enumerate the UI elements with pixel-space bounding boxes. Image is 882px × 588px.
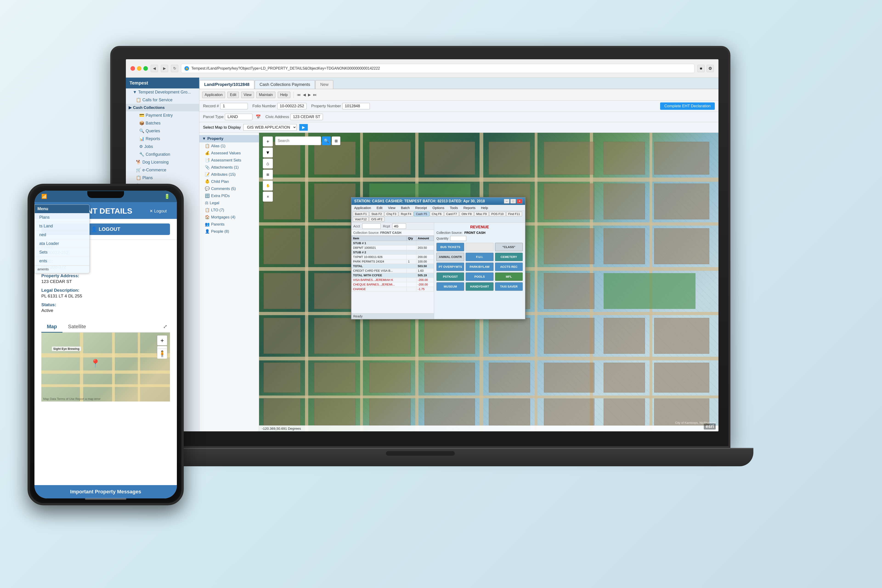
tab-land-property[interactable]: Land/Property/1012848 <box>200 80 254 89</box>
mfl-btn[interactable]: MFL <box>495 272 523 281</box>
cemetery-btn[interactable]: CEMETERY <box>495 253 523 261</box>
tree-item-lto[interactable]: 📋 LTO (7) <box>200 207 259 214</box>
phone-map-person-btn[interactable]: 🧍 <box>157 349 167 359</box>
accts-rec-btn[interactable]: ACCTS REC <box>495 262 523 271</box>
modal-menu-options[interactable]: Options <box>430 205 447 211</box>
tree-item-assessment-sets[interactable]: 📑 Assessment Sets <box>200 157 259 164</box>
modal-menu-batch[interactable]: Batch <box>398 205 412 211</box>
minimize-window-btn[interactable] <box>137 66 141 71</box>
phone-map-tab-map[interactable]: Map <box>41 321 63 333</box>
modal-menu-tools[interactable]: Tools <box>447 205 460 211</box>
phone-map-zoom-in[interactable]: + <box>157 335 167 345</box>
bus-tickets-btn[interactable]: BUS TICKETS <box>436 243 464 251</box>
phone-sidebar-ents[interactable]: ents <box>34 257 89 266</box>
modal-minimize-btn[interactable]: ─ <box>504 199 510 204</box>
phone-sidebar-plans[interactable]: Plans <box>34 213 89 222</box>
sidebar-item-cash[interactable]: ▶ Cash Collections <box>126 104 199 111</box>
card-f7-btn[interactable]: Card F7 <box>444 212 459 216</box>
misc-f9-btn[interactable]: Misc F9 <box>474 212 489 216</box>
chq-f3-btn[interactable]: Chq F3 <box>384 212 399 216</box>
bookmark-icon[interactable]: ★ <box>698 65 705 72</box>
table-row-dbpmt[interactable]: DBPMT 1000021203.50 <box>352 246 434 250</box>
settings-icon[interactable]: ⚙ <box>706 65 714 72</box>
acct-input[interactable] <box>362 224 381 229</box>
pools-btn[interactable]: POOLS <box>466 272 494 281</box>
tree-item-comments[interactable]: 💬 Comments (5) <box>200 185 259 192</box>
tree-item-extra-pids[interactable]: 🔢 Extra PIDs <box>200 192 259 200</box>
tab-new[interactable]: New <box>315 80 333 89</box>
tree-item-assessed[interactable]: 💰 Assessed Values <box>200 150 259 157</box>
map-zoom-in-btn[interactable]: + <box>263 136 273 147</box>
batch-f1-btn[interactable]: Batch F1 <box>353 212 369 216</box>
map-search-input[interactable] <box>275 136 321 145</box>
map-layers-btn[interactable]: ⊞ <box>263 170 273 180</box>
modal-close-btn[interactable]: ✕ <box>517 199 522 204</box>
phone-footer[interactable]: Important Property Messages <box>34 485 177 498</box>
modal-menu-view[interactable]: View <box>385 205 398 211</box>
table-row-txpmt[interactable]: TXPMT 10-00011-926200.00 <box>352 255 434 260</box>
nav-first-icon[interactable]: ⏮ <box>297 93 301 97</box>
pt-overpymts-btn[interactable]: PT OVERPYMTS <box>436 262 464 271</box>
modal-restore-btn[interactable]: □ <box>510 199 516 204</box>
modal-menu-reports[interactable]: Reports <box>460 205 478 211</box>
sidebar-item-plans[interactable]: 📋 Plans <box>126 174 199 182</box>
menu-edit[interactable]: Edit <box>227 92 239 98</box>
nav-next-icon[interactable]: ▶ <box>308 93 311 97</box>
sidebar-item-config[interactable]: 🔧 Configuration <box>126 150 199 158</box>
map-grid-btn[interactable]: ⊞ <box>332 136 340 145</box>
sidebar-item-ecommerce[interactable]: 🛒 e-Commerce <box>126 166 199 174</box>
animal-contr-btn[interactable]: ANIMAL CONTR <box>436 253 464 261</box>
tree-item-attachments[interactable]: 📎 Attachments (1) <box>200 164 259 171</box>
modal-menu-application[interactable]: Application <box>351 205 374 211</box>
phone-map-view[interactable]: 📍 + − 🧍 Map Data Terms of Use Report a m… <box>41 333 170 402</box>
tree-item-legal[interactable]: ⚖ Legal <box>200 200 259 207</box>
forward-button[interactable]: ▶ <box>161 65 168 72</box>
phone-map-tab-satellite[interactable]: Satellite <box>63 321 92 333</box>
phone-sidebar-data-loader[interactable]: ata Loader <box>34 239 89 248</box>
fui-btn[interactable]: F.U.I. <box>466 253 494 261</box>
phone-sidebar-ned[interactable]: ned <box>34 231 89 239</box>
close-window-btn[interactable] <box>130 66 135 71</box>
menu-view[interactable]: View <box>241 92 254 98</box>
class-btn[interactable]: "CLASS" <box>495 243 523 251</box>
modal-menu-receipt[interactable]: Receipt <box>412 205 430 211</box>
menu-application[interactable]: Application <box>202 92 225 98</box>
table-row-park[interactable]: PARK PERMITS 243241100.00 <box>352 260 434 264</box>
parcel-calendar-icon[interactable]: 📅 <box>256 114 261 119</box>
nav-prev-icon[interactable]: ◀ <box>303 93 306 97</box>
map-select-dropdown[interactable]: GIS WEB APPLICATION <box>243 124 297 131</box>
cash-f5-btn[interactable]: Cash F5 <box>414 212 429 216</box>
stub-f2-btn[interactable]: Stub F2 <box>369 212 384 216</box>
void-f12-btn[interactable]: Void F12 <box>353 217 369 222</box>
refresh-button[interactable]: ↻ <box>171 65 178 72</box>
modal-menu-help[interactable]: Help <box>478 205 491 211</box>
os-f2-btn[interactable]: O/S #F2 <box>369 217 384 222</box>
modal-menu-edit[interactable]: Edit <box>374 205 385 211</box>
back-button[interactable]: ◀ <box>151 65 158 72</box>
map-home-btn[interactable]: ⌂ <box>263 159 273 169</box>
phone-x-logout-btn[interactable]: ✕ Logout <box>146 207 170 215</box>
sidebar-item-batches[interactable]: 📦 Batches <box>126 119 199 127</box>
phone-map-pin[interactable]: 📍 <box>90 359 100 368</box>
url-bar[interactable]: 🔒 Tempest://Land/Property/key?ObjectType… <box>181 64 694 73</box>
handydart-btn[interactable]: HANDYDART <box>466 282 494 291</box>
tree-item-mortgages[interactable]: 🏠 Mortgages (4) <box>200 214 259 221</box>
sidebar-item-payment[interactable]: 💳 Payment Entry <box>126 111 199 119</box>
maximize-window-btn[interactable] <box>143 66 148 71</box>
phone-sidebar-land[interactable]: ts Land <box>34 222 89 231</box>
find-f11-btn[interactable]: Find F11 <box>506 212 522 216</box>
sidebar-item-dog[interactable]: 🐕 Dog Licensing <box>126 158 199 166</box>
sidebar-item-calls[interactable]: 📋 Calls for Service <box>126 96 199 104</box>
tree-item-parents[interactable]: 👥 Parents <box>200 221 259 228</box>
sidebar-item-tempest-dev[interactable]: ▼ Tempest Development Gro... <box>126 88 199 96</box>
menu-help[interactable]: Help <box>278 92 290 98</box>
revenue-quantity-input[interactable] <box>450 236 466 241</box>
map-search-button[interactable]: 🔍 <box>322 136 331 145</box>
park-bylaw-btn[interactable]: PARK/BYLAW <box>466 262 494 271</box>
rcpt-f4-btn[interactable]: Rcpt F4 <box>399 212 413 216</box>
table-row-ccfee[interactable]: CREDIT CARD FEE VISA B...1.63 <box>352 268 434 273</box>
pos-f10-btn[interactable]: POS F10 <box>489 212 506 216</box>
aerial-map[interactable]: + ▼ ⌂ ⊞ ✋ ≡ 🔍 <box>259 133 718 431</box>
table-row-cheque[interactable]: CHEQUE BARNES...JEREMI...-200.00 <box>352 282 434 287</box>
tree-item-alias[interactable]: 📋 Alias (1) <box>200 142 259 150</box>
